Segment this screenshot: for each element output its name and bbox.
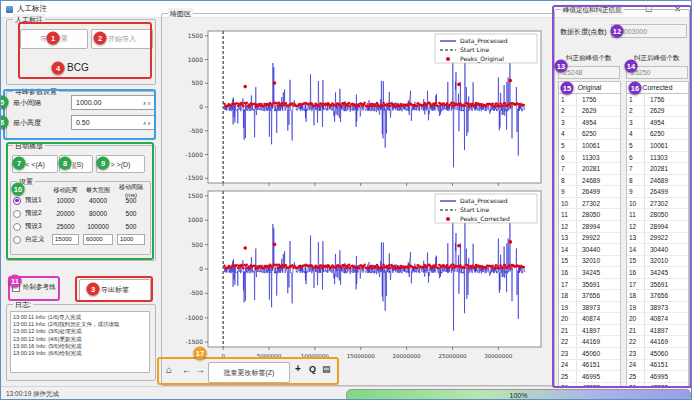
table-row: 11756 [627,94,688,106]
svg-text:-1500: -1500 [186,338,204,345]
row-index: 19 [627,302,645,313]
signal-plots-canvas[interactable]: 150010005000-500-1000-1500Data_Processed… [164,17,550,363]
row-index: 18 [559,290,577,301]
progress-bar: 100% [346,389,691,400]
table-row: 2446151 [627,360,688,372]
table-row: 1735691 [627,279,688,291]
row-index: 6 [627,152,645,163]
row-index: 22 [627,336,645,347]
row-index: 22 [559,336,577,347]
table-row: 1128050 [627,209,688,221]
peak-value: 40874 [645,315,668,322]
home-icon[interactable]: ⌂ [166,364,172,375]
min-interval-value: 1000.00 [76,99,143,106]
preset-radio[interactable] [13,236,21,244]
peak-value: 38973 [577,304,600,311]
preset-table-header: 移动距离 最大范围 移动间隔(ms) [13,183,147,194]
preset-custom-input[interactable]: 15000 [52,234,79,245]
table-row: 1228994 [559,221,620,233]
table-row: 22629 [559,106,620,118]
table-row: 1228994 [627,221,688,233]
row-index: 5 [559,140,577,151]
svg-text:1500: 1500 [188,32,203,39]
log-line: 13:00:12 Info: (3/6)处理完成 [13,328,149,335]
save-icon[interactable]: ▤ [322,364,331,374]
preset-radio[interactable] [13,197,21,205]
table-row: 1430440 [559,244,620,256]
table-row: 1329922 [559,233,620,245]
table-row: 824689 [559,175,620,187]
peak-value: 20281 [577,165,600,172]
row-index: 17 [627,279,645,290]
peak-value: 38973 [645,304,668,311]
preset-value: 25000 [50,223,81,230]
peak-value: 45060 [577,350,600,357]
peak-value: 11303 [577,154,600,161]
row-index: 13 [559,233,577,244]
row-index: 9 [559,186,577,197]
log-line: 13:00:19 Info: (6/6)绘制完成 [13,350,149,357]
preset-radio[interactable] [13,210,21,218]
row-index: 24 [627,360,645,371]
preset-custom-input[interactable]: 60000 [83,234,113,245]
preset-value: 500 [115,210,147,217]
table-row: 720281 [559,163,620,175]
svg-text:30000000: 30000000 [484,353,512,359]
table-row: 720281 [627,163,688,175]
spinner-arrows-icon[interactable]: ∧∨ [143,100,154,106]
peaks-table-corrected[interactable]: Corrected1175622629349544625051006161130… [626,81,689,400]
row-index: 20 [627,313,645,324]
table-row: 2141897 [627,325,688,337]
som-marker-17: 17 [194,347,207,360]
table-row: 1532010 [559,256,620,268]
table-row: 2244169 [559,336,620,348]
svg-text:-1000: -1000 [186,151,204,158]
batch-edit-labels-button[interactable]: 批量更改标签(Z) [208,362,290,383]
row-index: 24 [559,360,577,371]
log-list[interactable]: 13:00:11 Info: (1/6)导入完成13:00:11 Info: (… [10,311,150,373]
peak-value: 32010 [645,257,668,264]
after-count-label: 纠正后峰值个数 [634,54,680,63]
table-row: 34954 [559,117,620,129]
row-index: 15 [559,256,577,267]
svg-text:-500: -500 [189,289,203,296]
peak-value: 46995 [577,373,600,380]
som-marker-16: 16 [629,82,642,95]
som-marker-3: 3 [87,283,100,296]
preset-row: 预设22000080000500 [13,207,147,220]
peak-value: 37656 [645,292,668,299]
table-row: 1128050 [559,209,620,221]
preset-value: 10000 [50,197,81,204]
peak-value: 44169 [645,338,668,345]
preset-value: 100000 [81,223,115,230]
preset-label: 预设1 [25,196,50,205]
som-marker-9: 9 [97,157,110,170]
row-index: 17 [559,279,577,290]
spinner-arrows-icon[interactable]: ∧∨ [143,120,154,126]
table-row: 611303 [627,152,688,164]
before-count-label: 纠正前峰值个数 [566,54,612,63]
min-height-spinbox[interactable]: 0.50 ∧∨ [71,115,155,130]
table-row: 2546995 [627,371,688,383]
log-line: 13:00:12 Info: (4/6)更新完成 [13,336,149,343]
forward-icon[interactable]: → [195,364,205,375]
min-interval-spinbox[interactable]: 1000.00 ∧∨ [71,95,155,110]
svg-text:1000: 1000 [188,216,203,223]
row-index: 14 [559,244,577,255]
som-marker-8: 8 [59,157,72,170]
row-index: 8 [559,175,577,186]
svg-text:Peaks_Original: Peaks_Original [460,55,504,63]
peak-value: 37656 [577,292,600,299]
peaks-table-original[interactable]: Original11756226293495446250510061611303… [558,81,621,400]
peak-value: 11303 [645,154,668,161]
peak-value: 26499 [577,188,600,195]
table-row: 11756 [559,94,620,106]
back-icon[interactable]: ← [182,364,192,375]
table-row: 1837656 [559,290,620,302]
preset-custom-input[interactable]: 1000 [117,234,145,245]
row-index: 12 [627,221,645,232]
svg-text:Data_Processed: Data_Processed [460,37,508,45]
preset-radio[interactable] [13,223,21,231]
pan-icon[interactable]: + [295,363,301,374]
zoom-icon[interactable]: Q [309,364,316,374]
